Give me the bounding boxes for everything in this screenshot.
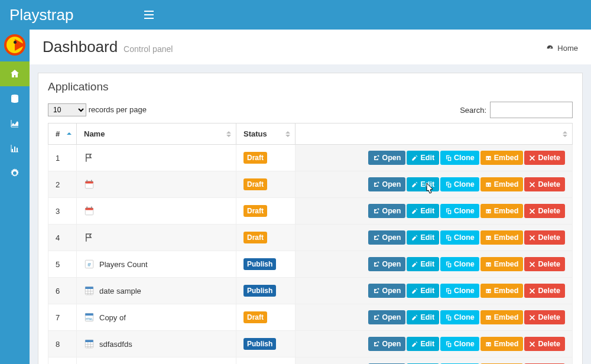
edit-button[interactable]: Edit [407, 177, 439, 191]
embed-button[interactable]: Embed [480, 204, 524, 218]
row-idx: 9 [48, 358, 77, 365]
nav-area-chart[interactable] [0, 111, 30, 136]
clone-button[interactable]: Clone [440, 204, 479, 218]
embed-button[interactable]: Embed [480, 257, 524, 271]
delete-button[interactable]: Delete [524, 337, 565, 351]
open-button[interactable]: Open [368, 337, 405, 351]
row-status-cell: Draft [236, 358, 296, 365]
hamburger-icon[interactable] [136, 11, 162, 19]
embed-button[interactable]: Embed [480, 151, 524, 165]
delete-button[interactable]: Delete [524, 230, 565, 245]
status-badge: Publish [243, 285, 276, 297]
row-actions: OpenEditCloneEmbedDelete [296, 171, 573, 198]
delete-button[interactable]: Delete [524, 284, 565, 298]
row-actions: OpenEditCloneEmbedDelete [296, 278, 573, 304]
status-badge: Draft [243, 152, 267, 164]
embed-button[interactable]: Embed [480, 177, 524, 191]
row-status-cell: Draft [236, 198, 296, 225]
row-name[interactable]: date sample [99, 287, 141, 295]
delete-button[interactable]: Delete [524, 257, 565, 271]
brand[interactable]: Playstrap [0, 0, 136, 30]
nav-bar-chart[interactable] [0, 136, 30, 161]
clone-button[interactable]: Clone [440, 284, 479, 298]
row-name[interactable]: sdfasdfds [99, 340, 132, 349]
edit-button[interactable]: Edit [407, 151, 439, 165]
clone-button[interactable]: Clone [440, 151, 479, 165]
page-subtitle: Control panel [124, 44, 173, 54]
open-button[interactable]: Open [368, 284, 405, 298]
row-idx: 5 [48, 251, 77, 278]
embed-button[interactable]: Embed [480, 310, 524, 324]
row-status-cell: Publish [236, 278, 296, 304]
table-row: 2DraftOpenEditCloneEmbedDelete [48, 171, 573, 198]
col-name[interactable]: Name [77, 124, 236, 145]
clone-button[interactable]: Clone [440, 310, 479, 324]
nav-home[interactable] [0, 61, 30, 86]
edit-button[interactable]: Edit [407, 204, 439, 218]
open-button[interactable]: Open [368, 310, 405, 324]
embed-button[interactable]: Embed [480, 230, 524, 245]
row-name-cell: date sample [77, 278, 236, 304]
col-status[interactable]: Status [236, 124, 296, 145]
row-actions: OpenEditCloneEmbedDelete [296, 251, 573, 278]
open-button[interactable]: Open [368, 177, 405, 191]
open-button[interactable]: Open [368, 151, 405, 165]
embed-button[interactable]: Embed [480, 284, 524, 298]
row-actions: OpenEditCloneEmbedDelete [296, 304, 573, 331]
open-button[interactable]: Open [368, 204, 405, 218]
delete-button[interactable]: Delete [524, 177, 565, 191]
row-status-cell: Draft [236, 225, 296, 251]
delete-button[interactable]: Delete [524, 151, 565, 165]
sort-icon [226, 131, 231, 137]
clone-button[interactable]: Clone [440, 337, 479, 351]
row-name[interactable]: Players Count [99, 260, 148, 269]
delete-button[interactable]: Delete [524, 204, 565, 218]
breadcrumb[interactable]: Home [546, 44, 578, 53]
edit-button[interactable]: Edit [407, 257, 439, 271]
status-badge: Draft [243, 311, 267, 323]
open-button[interactable]: Open [368, 230, 405, 245]
status-badge: Publish [243, 258, 276, 270]
table-controls: 10 records per page Search: [48, 102, 573, 118]
row-name-cell [77, 145, 236, 171]
open-button[interactable]: Open [368, 257, 405, 271]
search-input[interactable] [490, 102, 573, 118]
grid-icon [84, 339, 95, 349]
edit-button[interactable]: Edit [407, 284, 439, 298]
avatar[interactable] [4, 34, 25, 56]
clone-button[interactable]: Clone [440, 177, 479, 191]
embed-button[interactable]: Embed [480, 337, 524, 351]
clone-button[interactable]: Clone [440, 230, 479, 245]
clone-button[interactable]: Clone [440, 257, 479, 271]
records-per-page-label: records per page [89, 105, 147, 114]
edit-button[interactable]: Edit [407, 230, 439, 245]
panel-title: Applications [48, 80, 573, 93]
row-idx: 8 [48, 331, 77, 358]
row-name-cell [77, 198, 236, 225]
edit-button[interactable]: Edit [407, 337, 439, 351]
table-row: 3DraftOpenEditCloneEmbedDelete [48, 198, 573, 225]
status-badge: Draft [243, 178, 267, 190]
row-name-cell [77, 225, 236, 251]
row-idx: 4 [48, 225, 77, 251]
row-idx: 2 [48, 171, 77, 198]
col-actions[interactable] [296, 124, 573, 145]
dashboard-icon [546, 44, 554, 52]
sort-asc-icon [67, 132, 72, 136]
html-icon [84, 312, 95, 323]
delete-button[interactable]: Delete [524, 310, 565, 324]
row-status-cell: Publish [236, 331, 296, 358]
col-idx[interactable]: # [48, 124, 77, 145]
edit-button[interactable]: Edit [407, 310, 439, 324]
nav-data[interactable] [0, 86, 30, 111]
table-row: 1DraftOpenEditCloneEmbedDelete [48, 145, 573, 171]
status-badge: Publish [243, 338, 276, 350]
row-name-cell: sdfasdfds [77, 331, 236, 358]
page-header: Dashboard Control panel Home [30, 30, 591, 64]
grid-icon [84, 285, 95, 296]
row-actions: OpenEditCloneEmbedDelete [296, 331, 573, 358]
row-name[interactable]: Copy of [99, 313, 126, 322]
sidebar [0, 30, 30, 364]
records-per-page-select[interactable]: 10 [48, 103, 86, 116]
nav-settings[interactable] [0, 161, 30, 186]
